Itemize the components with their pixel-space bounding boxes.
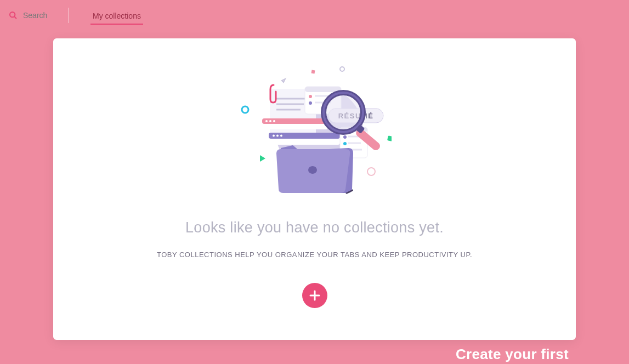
svg-point-4 bbox=[340, 67, 344, 71]
footer-hint-text: Create your first bbox=[456, 346, 569, 363]
svg-rect-5 bbox=[311, 70, 315, 74]
empty-state-title: Looks like you have no collections yet. bbox=[185, 219, 444, 236]
svg-point-37 bbox=[308, 166, 317, 174]
tab-my-collections[interactable]: My collections bbox=[90, 12, 143, 25]
plus-icon bbox=[308, 289, 321, 302]
svg-point-31 bbox=[343, 135, 347, 139]
svg-point-7 bbox=[367, 168, 375, 175]
svg-rect-20 bbox=[262, 118, 328, 124]
svg-line-1 bbox=[14, 16, 16, 19]
svg-point-26 bbox=[273, 135, 275, 137]
svg-point-22 bbox=[269, 120, 271, 122]
svg-point-3 bbox=[242, 106, 248, 113]
search-icon bbox=[9, 11, 18, 20]
svg-point-27 bbox=[276, 135, 279, 137]
svg-point-0 bbox=[10, 12, 15, 17]
svg-rect-25 bbox=[269, 133, 340, 139]
svg-rect-6 bbox=[387, 135, 392, 141]
svg-point-28 bbox=[280, 135, 282, 137]
svg-point-21 bbox=[265, 120, 268, 122]
tabs: My collections bbox=[90, 0, 143, 31]
empty-state-illustration: RÉSUMÉ bbox=[238, 66, 392, 203]
add-collection-button[interactable] bbox=[302, 283, 327, 308]
top-bar: My collections bbox=[0, 0, 629, 31]
empty-state-subtitle: TOBY COLLECTIONS HELP YOU ORGANIZE YOUR … bbox=[157, 251, 472, 259]
empty-state-card: RÉSUMÉ bbox=[53, 38, 576, 340]
svg-point-23 bbox=[273, 120, 275, 122]
search-area[interactable] bbox=[9, 8, 69, 23]
svg-point-16 bbox=[309, 101, 312, 105]
svg-point-14 bbox=[309, 95, 312, 98]
svg-point-33 bbox=[343, 142, 347, 145]
search-input[interactable] bbox=[23, 11, 56, 20]
